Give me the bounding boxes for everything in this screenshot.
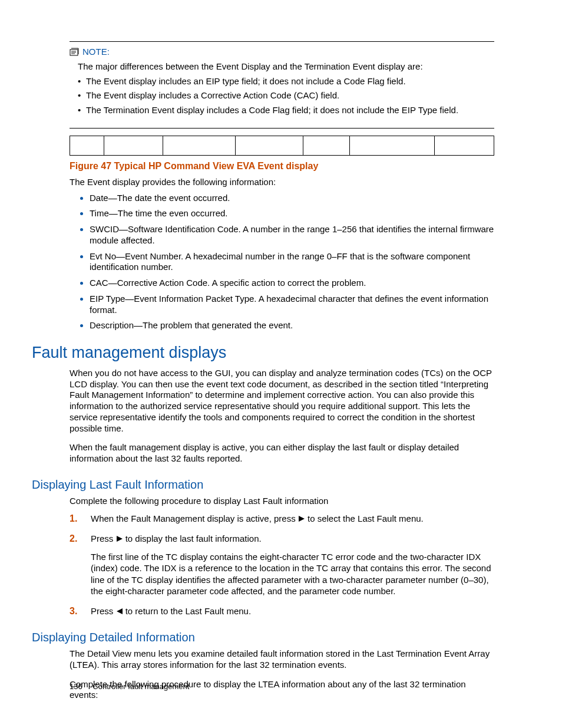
svg-marker-5 (117, 536, 123, 542)
list-item: EIP Type—Event Information Packet Type. … (90, 294, 494, 316)
subsection-heading: Displaying Detailed Information (32, 630, 494, 645)
step-item: When the Fault Management display is act… (70, 513, 494, 525)
subsection-intro: Complete the following procedure to disp… (70, 496, 494, 507)
event-info-intro: The Event display provides the following… (70, 177, 494, 188)
play-left-icon (116, 606, 123, 618)
footer-title: Controller fault management (92, 682, 189, 691)
list-item: Time—The time the even occurred. (90, 208, 494, 219)
subsection-paragraph: The Detail View menu lets you examine de… (70, 648, 494, 671)
list-item: CAC—Corrective Action Code. A specific a… (90, 278, 494, 289)
play-right-icon (298, 513, 305, 525)
list-item: Description—The problem that generated t… (90, 320, 494, 331)
step-text: Press (91, 606, 116, 616)
note-label: NOTE: (82, 47, 110, 58)
event-info-list: Date—The date the event occurred. Time—T… (90, 193, 494, 332)
subsection-heading: Displaying Last Fault Information (32, 477, 494, 492)
step-text: Press (91, 533, 116, 543)
list-item: Evt No—Event Number. A hexadecimal numbe… (90, 251, 494, 274)
page-footer: 136 Controller fault management (70, 682, 189, 691)
step-text: to return to the Last Fault menu. (123, 606, 252, 616)
figure-caption: Figure 47 Typical HP Command View EVA Ev… (70, 160, 494, 172)
list-item: SWCID—Software Identification Code. A nu… (90, 224, 494, 246)
note-block: NOTE: The major differences between the … (70, 41, 494, 129)
note-item: The Event display includes an EIP type f… (78, 76, 494, 87)
note-intro: The major differences between the Event … (78, 61, 494, 73)
note-list: The Event display includes an EIP type f… (78, 76, 494, 116)
section-heading: Fault management displays (32, 343, 494, 363)
event-table (70, 136, 494, 156)
play-right-icon (116, 533, 123, 545)
step-text: to select the Last Fault menu. (305, 513, 424, 523)
step-text: to display the last fault information. (123, 533, 262, 543)
note-icon (70, 48, 79, 56)
note-item: The Event display includes a Corrective … (78, 90, 494, 101)
note-item: The Termination Event display includes a… (78, 105, 494, 116)
section-paragraph: When the fault management display is act… (70, 442, 494, 465)
step-item: Press to display the last fault informat… (70, 533, 494, 597)
step-text: When the Fault Management display is act… (91, 513, 298, 523)
step-item: Press to return to the Last Fault menu. (70, 605, 494, 618)
svg-marker-4 (299, 516, 305, 522)
step-detail: The first line of the TC display contain… (91, 551, 494, 597)
list-item: Date—The date the event occurred. (90, 193, 494, 204)
svg-marker-6 (117, 608, 123, 614)
page-number: 136 (70, 682, 82, 691)
section-paragraph: When you do not have access to the GUI, … (70, 368, 494, 434)
procedure-steps: When the Fault Management display is act… (70, 513, 494, 618)
